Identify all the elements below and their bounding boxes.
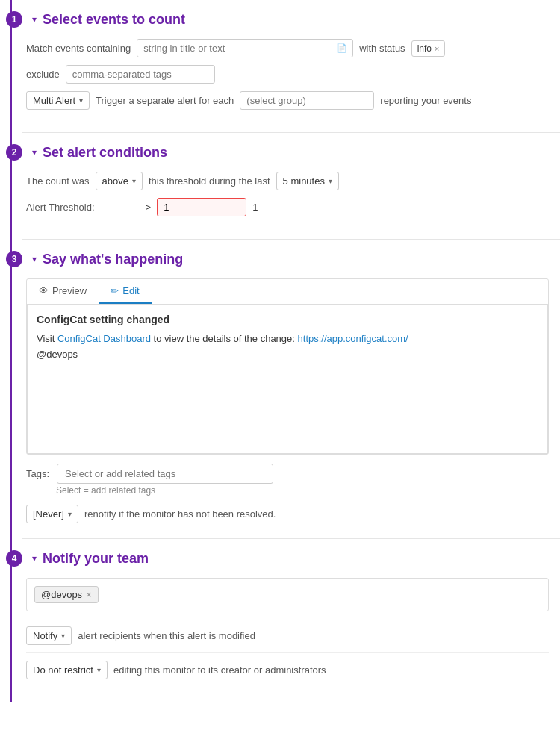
tags-row: Tags: — [26, 464, 549, 484]
eye-icon: 👁 — [39, 285, 49, 296]
recipient-name: @devops — [41, 589, 82, 600]
editor-body-prefix: Visit — [37, 333, 57, 344]
status-tag-text: info — [417, 43, 432, 54]
period-label: this threshold during the last — [149, 175, 270, 187]
section-2-header: 2 ▾ Set alert conditions — [26, 144, 549, 161]
tab-edit-label: Edit — [122, 285, 139, 296]
tab-edit[interactable]: ✏ Edit — [99, 279, 151, 304]
threshold-suffix: 1 — [252, 202, 258, 213]
editor-title: ConfigCat setting changed — [37, 314, 538, 325]
notify-text: alert recipients when this alert is modi… — [78, 630, 255, 641]
section-1-header: 1 ▾ Select events to count — [26, 11, 549, 28]
threshold-input[interactable] — [157, 198, 246, 216]
greater-than-symbol: > — [146, 202, 152, 213]
editor-wrapper: 👁 Preview ✏ Edit ConfigCat setting chang… — [26, 278, 549, 455]
alert-threshold-label: Alert Threshold: — [26, 202, 95, 213]
section-4-header: 4 ▾ Notify your team — [26, 550, 549, 567]
search-input[interactable] — [137, 39, 353, 57]
restrict-dropdown[interactable]: Do not restrict ▾ — [26, 661, 108, 679]
editor-link-url[interactable]: https://app.configcat.com/ — [298, 333, 408, 344]
threshold-row: Alert Threshold: > 1 — [26, 198, 549, 216]
alert-type-row: Multi Alert ▾ Trigger a separate alert f… — [26, 91, 549, 110]
recipient-close[interactable]: × — [86, 589, 92, 600]
chevron-icon-1[interactable]: ▾ — [32, 14, 37, 25]
section-1: 1 ▾ Select events to count Match events … — [22, 0, 560, 133]
pencil-icon: ✏ — [111, 285, 119, 296]
exclude-input[interactable] — [66, 65, 215, 84]
restrict-arrow: ▾ — [97, 666, 101, 674]
section-4: 4 ▾ Notify your team @devops × Notify ▾ … — [22, 539, 560, 702]
editor-link-configcat[interactable]: ConfigCat Dashboard — [57, 333, 151, 344]
step-badge-4: 4 — [6, 550, 22, 567]
step-badge-1: 1 — [6, 11, 22, 28]
editor-body: Visit ConfigCat Dashboard to view the de… — [37, 331, 538, 363]
section-title-2: Set alert conditions — [43, 145, 167, 161]
section-3: 3 ▾ Say what's happening 👁 Preview ✏ Edi… — [22, 240, 560, 539]
section-title-1: Select events to count — [43, 12, 185, 28]
renotify-value: [Never] — [33, 508, 64, 520]
notify-type-dropdown[interactable]: Notify ▾ — [26, 626, 72, 645]
tab-preview-label: Preview — [52, 285, 87, 296]
renotify-arrow: ▾ — [68, 510, 72, 518]
match-label: Match events containing — [26, 43, 131, 54]
group-input[interactable] — [240, 91, 374, 110]
alert-type-value: Multi Alert — [33, 95, 75, 106]
chevron-icon-2[interactable]: ▾ — [32, 147, 37, 158]
renotify-row: [Never] ▾ renotify if the monitor has no… — [26, 505, 549, 523]
renotify-text: renotify if the monitor has not been res… — [84, 508, 276, 520]
with-status-label: with status — [359, 43, 405, 54]
period-value: 5 minutes — [283, 175, 325, 187]
notify-type-arrow: ▾ — [61, 632, 65, 640]
recipients-area[interactable]: @devops × — [26, 578, 549, 611]
restrict-value: Do not restrict — [33, 664, 93, 676]
trigger-label: Trigger a separate alert for each — [96, 95, 234, 106]
reporting-label: reporting your events — [380, 95, 471, 106]
threshold-dir-arrow: ▾ — [132, 177, 136, 185]
notify-row: Notify ▾ alert recipients when this aler… — [26, 619, 549, 653]
status-tag-close[interactable]: × — [435, 44, 439, 53]
editor-content[interactable]: ConfigCat setting changed Visit ConfigCa… — [27, 305, 548, 454]
alert-type-arrow: ▾ — [79, 96, 83, 105]
threshold-direction-value: above — [102, 175, 128, 187]
count-label: The count was — [26, 175, 90, 187]
notify-type-value: Notify — [33, 630, 57, 641]
exclude-row: exclude — [26, 65, 549, 84]
tags-input[interactable] — [57, 464, 273, 484]
file-icon: 📄 — [337, 43, 347, 53]
alert-type-dropdown[interactable]: Multi Alert ▾ — [26, 91, 90, 110]
count-row: The count was above ▾ this threshold dur… — [26, 172, 549, 190]
restrict-row: Do not restrict ▾ editing this monitor t… — [26, 653, 549, 687]
editor-mention: @devops — [37, 349, 78, 360]
step-badge-3: 3 — [6, 251, 22, 267]
exclude-label: exclude — [26, 69, 60, 80]
recipient-tag-devops: @devops × — [34, 586, 99, 603]
threshold-direction-dropdown[interactable]: above ▾ — [96, 172, 143, 190]
renotify-dropdown[interactable]: [Never] ▾ — [26, 505, 78, 523]
match-events-row: Match events containing 📄 with status in… — [26, 39, 549, 57]
chevron-icon-4[interactable]: ▾ — [32, 553, 37, 564]
step-badge-2: 2 — [6, 144, 22, 161]
period-dropdown[interactable]: 5 minutes ▾ — [276, 172, 339, 190]
section-title-3: Say what's happening — [43, 252, 183, 267]
tab-preview[interactable]: 👁 Preview — [27, 279, 99, 304]
editor-tab-bar: 👁 Preview ✏ Edit — [27, 279, 548, 305]
tags-label: Tags: — [26, 468, 49, 479]
status-tag: info × — [411, 40, 446, 57]
search-wrapper: 📄 — [137, 39, 353, 57]
section-3-header: 3 ▾ Say what's happening — [26, 251, 549, 267]
section-title-4: Notify your team — [43, 551, 149, 567]
tags-hint: Select = add related tags — [26, 485, 549, 496]
period-arrow: ▾ — [329, 177, 332, 185]
editor-body-middle: to view the details of the change: — [151, 333, 298, 344]
chevron-icon-3[interactable]: ▾ — [32, 254, 37, 264]
section-2: 2 ▾ Set alert conditions The count was a… — [22, 133, 560, 240]
restrict-text: editing this monitor to its creator or a… — [113, 664, 326, 676]
